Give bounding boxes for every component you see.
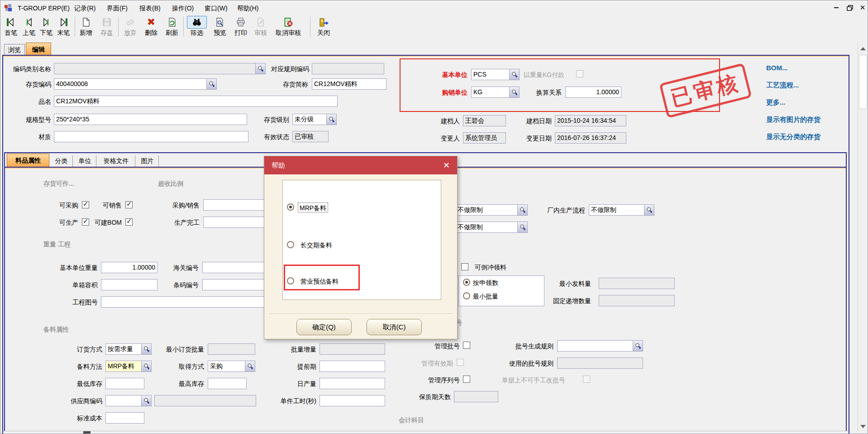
lookup-icon[interactable] xyxy=(517,205,527,215)
batch-rule-field[interactable] xyxy=(557,340,643,352)
lookup-icon[interactable] xyxy=(644,205,654,215)
toolbar-separator xyxy=(310,17,310,37)
sellable-checkbox[interactable] xyxy=(125,201,133,208)
bom-allowed-checkbox[interactable] xyxy=(125,218,133,226)
lead-time-field[interactable] xyxy=(320,361,385,372)
lookup-icon[interactable] xyxy=(141,395,151,406)
toolbar-print-button[interactable]: 打印 xyxy=(232,16,249,37)
lookup-icon[interactable] xyxy=(509,87,519,97)
lookup-icon[interactable] xyxy=(517,222,527,232)
manage-serial-checkbox[interactable] xyxy=(463,376,470,383)
menu-help[interactable]: 帮助(H) xyxy=(237,4,258,12)
scrollbar-thumb[interactable] xyxy=(859,55,867,109)
lookup-icon[interactable] xyxy=(141,344,151,354)
subtab-item-props[interactable]: 料品属性 xyxy=(7,154,49,167)
toolbar-last-button[interactable]: 末笔 xyxy=(55,16,72,37)
base-unit-field[interactable]: PCS xyxy=(471,69,520,80)
max-stock-field[interactable] xyxy=(208,378,247,389)
box-volume-field[interactable] xyxy=(101,279,157,290)
link-process-flow[interactable]: 工艺流程... xyxy=(766,81,799,90)
order-mode-field[interactable]: 按需求量 xyxy=(105,343,152,355)
item-short-field[interactable]: CR12MOV精料 xyxy=(312,78,386,90)
link-bom[interactable]: BOM... xyxy=(766,64,788,72)
conversion-field[interactable]: 1.00000 xyxy=(565,87,621,98)
close-window-button[interactable]: ✕ xyxy=(858,3,868,12)
by-min-batch-radio[interactable] xyxy=(463,292,470,299)
customs-field[interactable] xyxy=(202,262,270,273)
barcode-field[interactable] xyxy=(202,279,270,290)
menu-operation[interactable]: 操作(O) xyxy=(172,4,194,12)
menu-record[interactable]: 记录(R) xyxy=(74,4,95,12)
over-purchase-field[interactable] xyxy=(203,199,271,211)
toolbar-first-button[interactable]: 首笔 xyxy=(2,16,19,37)
menu-app-title[interactable]: T-GROUP ERP(E) xyxy=(18,4,70,12)
toolbar-preview-button[interactable]: 预览 xyxy=(211,16,229,37)
option-forecast-radio[interactable] xyxy=(287,277,294,285)
dialog-title-bar[interactable]: 帮助 ✕ xyxy=(264,156,457,174)
daily-output-field[interactable] xyxy=(320,378,385,389)
limit-field-2[interactable]: 不做限制 xyxy=(455,222,528,233)
dialog-close-icon[interactable]: ✕ xyxy=(443,160,450,170)
link-more[interactable]: 更多... xyxy=(766,98,786,107)
toolbar-cancel-audit-button[interactable]: 取消审核 xyxy=(272,16,305,37)
link-show-with-images[interactable]: 显示有图片的存货 xyxy=(766,116,820,124)
backflush-checkbox[interactable] xyxy=(461,263,468,270)
subtab-unit[interactable]: 单位 xyxy=(74,155,96,167)
unit-hours-field[interactable] xyxy=(320,395,385,406)
by-request-radio[interactable] xyxy=(463,279,470,286)
toolbar-refresh-button[interactable]: 刷新 xyxy=(163,16,181,37)
link-show-unclassified[interactable]: 显示无分类的存货 xyxy=(766,133,820,141)
dialog-cancel-button[interactable]: 取消(C) xyxy=(367,319,422,335)
tab-browse[interactable]: 浏览 xyxy=(4,44,25,55)
restore-button[interactable] xyxy=(845,3,855,12)
subtab-category[interactable]: 分类 xyxy=(50,155,73,167)
level-field[interactable]: 未分级 xyxy=(292,114,337,125)
over-production-field[interactable] xyxy=(203,217,271,228)
lookup-icon[interactable] xyxy=(141,361,151,371)
base-weight-field[interactable]: 1.00000 xyxy=(101,262,157,273)
scroll-up-icon[interactable] xyxy=(859,45,867,52)
menu-report[interactable]: 报表(B) xyxy=(139,4,161,12)
lookup-icon[interactable] xyxy=(206,79,216,89)
delete-x-icon: ✖ xyxy=(143,16,160,29)
lookup-icon[interactable] xyxy=(326,114,336,125)
scroll-down-icon[interactable] xyxy=(859,423,867,430)
dialog-ok-button[interactable]: 确定(Q) xyxy=(296,319,352,335)
menu-window[interactable]: 窗口(W) xyxy=(205,4,228,12)
drawing-field[interactable] xyxy=(101,296,265,308)
toolbar-next-button[interactable]: 下笔 xyxy=(38,16,55,37)
menu-interface[interactable]: 界面(F) xyxy=(107,4,128,12)
option-long-lead-radio[interactable] xyxy=(287,241,294,248)
lookup-icon[interactable] xyxy=(633,341,643,351)
toolbar-prev-button[interactable]: 上笔 xyxy=(20,16,38,37)
toolbar-filter-button[interactable]: 筛选 xyxy=(187,16,207,37)
toolbar-delete-button[interactable]: ✖ 删除 xyxy=(143,16,160,37)
subtab-image[interactable]: 图片 xyxy=(136,155,159,167)
tab-edit[interactable]: 编辑 xyxy=(26,43,51,55)
supplier-field[interactable] xyxy=(105,395,152,406)
option-mrp-label[interactable]: MRP备料 xyxy=(298,203,328,212)
option-forecast-label[interactable]: 营业预估备料 xyxy=(300,276,339,286)
toolbar-close-button[interactable]: 关闭 xyxy=(314,16,334,37)
toolbar-new-button[interactable]: 新增 xyxy=(77,16,95,37)
code-category-field[interactable] xyxy=(54,63,266,74)
item-name-field[interactable]: CR12MOV精料 xyxy=(54,96,338,107)
lookup-icon[interactable] xyxy=(509,69,519,80)
lookup-icon[interactable] xyxy=(245,361,255,371)
minimize-button[interactable] xyxy=(831,3,841,12)
limit-field-1[interactable]: 不做限制 xyxy=(455,204,528,216)
purchasable-checkbox[interactable] xyxy=(82,201,89,208)
spec-field[interactable]: 250*240*35 xyxy=(54,114,247,125)
material-field[interactable] xyxy=(54,131,248,142)
option-mrp-radio[interactable] xyxy=(287,203,294,211)
option-long-lead-label[interactable]: 长交期备料 xyxy=(300,240,332,250)
std-cost-field[interactable] xyxy=(105,412,144,424)
subtab-qualification[interactable]: 资格文件 xyxy=(97,155,135,167)
factory-flow-field[interactable]: 不做限制 xyxy=(589,204,654,216)
item-code-field[interactable]: 400400008 xyxy=(54,78,217,90)
prep-method-field[interactable]: MRP备料 xyxy=(105,361,152,372)
acquire-field[interactable]: 采购 xyxy=(208,361,255,372)
min-stock-field[interactable] xyxy=(105,378,144,389)
manage-batch-checkbox[interactable] xyxy=(463,342,470,349)
trade-unit-field[interactable]: KG xyxy=(471,87,520,98)
